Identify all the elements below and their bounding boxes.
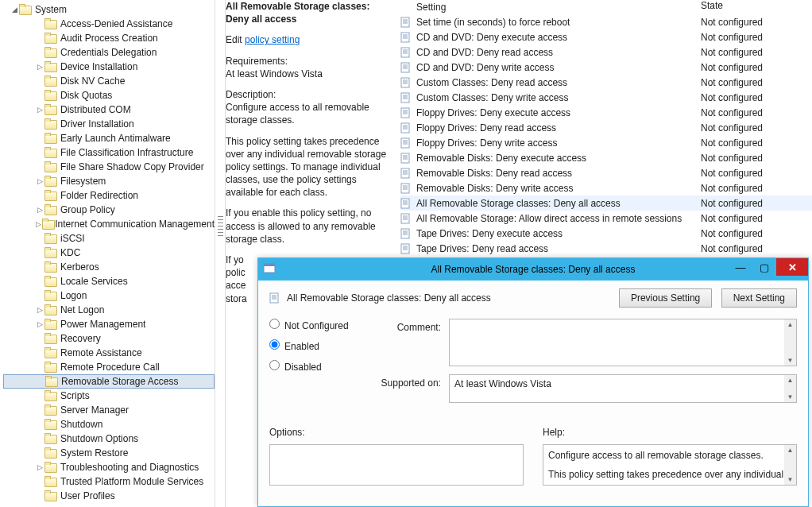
help-box: Configure access to all removable storag… <box>543 444 797 486</box>
tree-node[interactable]: Access-Denied Assistance <box>3 17 215 31</box>
tree-node[interactable]: Server Manager <box>3 403 215 417</box>
folder-icon <box>44 404 57 416</box>
setting-row[interactable]: CD and DVD: Deny execute accessNot confi… <box>400 29 812 45</box>
setting-row[interactable]: CD and DVD: Deny write accessNot configu… <box>400 60 812 75</box>
minimize-button[interactable]: — <box>729 258 752 276</box>
tree-node[interactable]: Shutdown <box>3 417 215 432</box>
setting-row[interactable]: All Removable Storage: Allow direct acce… <box>400 211 812 226</box>
tree-node[interactable]: File Share Shadow Copy Provider <box>3 160 215 174</box>
setting-state: Not configured <box>701 92 763 103</box>
scroll-up-icon: ▲ <box>787 321 794 328</box>
tree-node[interactable]: ▷Distributed COM <box>3 103 215 117</box>
previous-setting-button[interactable]: Previous Setting <box>619 288 712 308</box>
close-button[interactable]: ✕ <box>776 258 808 276</box>
settings-header: Setting State <box>400 0 812 14</box>
expander-icon[interactable]: ◢ <box>10 6 19 14</box>
expander-icon[interactable]: ▷ <box>35 463 44 471</box>
scrollbar[interactable]: ▲▼ <box>784 445 796 485</box>
options-box[interactable] <box>269 444 524 486</box>
setting-state: Not configured <box>701 107 763 118</box>
tree-node[interactable]: Disk NV Cache <box>3 74 215 88</box>
tree-node[interactable]: Recovery <box>3 331 215 346</box>
tree-node[interactable]: Disk Quotas <box>3 88 215 103</box>
setting-row[interactable]: Custom Classes: Deny read accessNot conf… <box>400 75 812 90</box>
tree-node[interactable]: ▷Troubleshooting and Diagnostics <box>3 460 215 474</box>
help-label: Help: <box>543 427 797 438</box>
nav-tree[interactable]: ◢ System Access-Denied AssistanceAudit P… <box>0 0 215 507</box>
tree-node[interactable]: ▷Group Policy <box>3 203 215 217</box>
minimize-icon: — <box>736 261 746 273</box>
tree-node[interactable]: ▷Power Management <box>3 317 215 331</box>
scrollbar[interactable]: ▲▼ <box>784 319 796 366</box>
tree-node[interactable]: Remote Assistance <box>3 346 215 360</box>
tree-label: Shutdown <box>60 419 102 430</box>
setting-row[interactable]: Set time (in seconds) to force rebootNot… <box>400 14 812 29</box>
tree-node[interactable]: Remote Procedure Call <box>3 360 215 374</box>
supported-on-box: At least Windows Vista ▲▼ <box>449 374 797 403</box>
radio-enabled[interactable]: Enabled <box>269 339 381 352</box>
expander-icon[interactable]: ▷ <box>35 106 44 114</box>
tree-node[interactable]: Shutdown Options <box>3 432 215 446</box>
tree-node[interactable]: Driver Installation <box>3 117 215 131</box>
maximize-button[interactable]: ▢ <box>752 258 776 276</box>
radio-disabled[interactable]: Disabled <box>269 360 381 373</box>
expander-icon[interactable]: ▷ <box>35 306 44 314</box>
tree-node[interactable]: Audit Process Creation <box>3 31 215 45</box>
setting-row[interactable]: Custom Classes: Deny write accessNot con… <box>400 90 812 105</box>
tree-node[interactable]: Logon <box>3 288 215 303</box>
tree-node[interactable]: Folder Redirection <box>3 188 215 203</box>
expander-icon[interactable]: ▷ <box>35 177 44 185</box>
setting-row[interactable]: All Removable Storage classes: Deny all … <box>400 195 812 211</box>
tree-node[interactable]: File Classification Infrastructure <box>3 145 215 160</box>
setting-row[interactable]: Tape Drives: Deny execute accessNot conf… <box>400 226 812 241</box>
scrollbar[interactable]: ▲▼ <box>784 375 796 402</box>
tree-node[interactable]: Locale Services <box>3 274 215 288</box>
expander-icon[interactable]: ▷ <box>35 63 44 71</box>
tree-label: System Restore <box>60 447 128 459</box>
tree-node[interactable]: ▷Filesystem <box>3 174 215 188</box>
next-setting-button[interactable]: Next Setting <box>721 288 797 308</box>
splitter[interactable] <box>215 0 226 507</box>
policy-icon <box>400 213 413 224</box>
expander-icon[interactable]: ▷ <box>35 320 44 328</box>
setting-row[interactable]: Removable Disks: Deny write accessNot co… <box>400 180 812 195</box>
svg-rect-44 <box>401 184 409 193</box>
tree-node[interactable]: User Profiles <box>3 489 215 503</box>
tree-node[interactable]: Removable Storage Access <box>3 374 215 389</box>
expander-icon[interactable]: ▷ <box>35 220 42 228</box>
expander-icon[interactable]: ▷ <box>35 206 44 214</box>
tree-node[interactable]: Scripts <box>3 389 215 403</box>
folder-icon <box>44 104 57 115</box>
tree-node[interactable]: Early Launch Antimalware <box>3 131 215 145</box>
folder-icon <box>44 390 57 401</box>
folder-icon <box>44 90 57 101</box>
setting-row[interactable]: Tape Drives: Deny read accessNot configu… <box>400 241 812 256</box>
dialog-titlebar[interactable]: All Removable Storage classes: Deny all … <box>258 258 808 281</box>
tree-node-system[interactable]: ◢ System <box>3 2 215 17</box>
comment-textarea[interactable]: ▲▼ <box>449 319 797 366</box>
folder-icon <box>44 333 57 344</box>
tree-node[interactable]: ▷Net Logon <box>3 303 215 317</box>
setting-row[interactable]: Removable Disks: Deny read accessNot con… <box>400 165 812 180</box>
setting-name: Floppy Drives: Deny read access <box>416 122 556 134</box>
tree-node[interactable]: System Restore <box>3 446 215 460</box>
tree-node[interactable]: ▷Device Installation <box>3 60 215 74</box>
folder-icon <box>44 276 57 287</box>
tree-node[interactable]: ▷Internet Communication Management <box>3 217 215 231</box>
setting-row[interactable]: Floppy Drives: Deny execute accessNot co… <box>400 105 812 120</box>
folder-icon <box>44 476 57 487</box>
tree-node[interactable]: Kerberos <box>3 260 215 274</box>
tree-node[interactable]: Trusted Platform Module Services <box>3 474 215 489</box>
tree-node[interactable]: KDC <box>3 246 215 260</box>
setting-row[interactable]: Removable Disks: Deny execute accessNot … <box>400 150 812 165</box>
tree-node[interactable]: iSCSI <box>3 231 215 246</box>
svg-rect-16 <box>401 78 409 87</box>
tree-label: Locale Services <box>60 276 128 287</box>
setting-row[interactable]: CD and DVD: Deny read accessNot configur… <box>400 45 812 60</box>
setting-row[interactable]: Floppy Drives: Deny write accessNot conf… <box>400 135 812 150</box>
setting-row[interactable]: Floppy Drives: Deny read accessNot confi… <box>400 120 812 135</box>
tree-node[interactable]: Credentials Delegation <box>3 45 215 60</box>
edit-policy-link[interactable]: policy setting <box>245 34 300 45</box>
radio-not-configured[interactable]: Not Configured <box>269 319 381 331</box>
policy-icon <box>400 107 413 118</box>
